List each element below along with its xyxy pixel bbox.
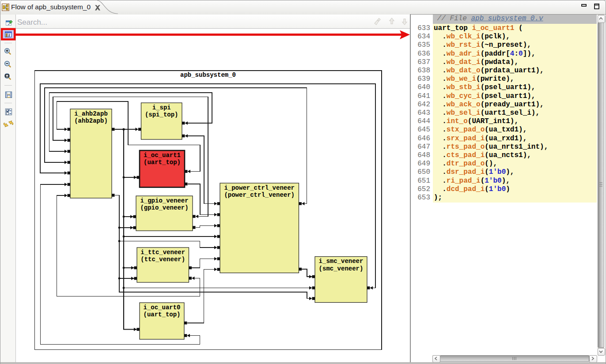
svg-text:(gpio_veneer): (gpio_veneer)	[140, 204, 188, 211]
svg-text:apb_subsystem_0: apb_subsystem_0	[180, 71, 236, 79]
svg-text:i_oc_uart0: i_oc_uart0	[143, 304, 180, 311]
svg-text:(spi_top): (spi_top)	[145, 111, 178, 118]
svg-text:(uart_top): (uart_top)	[144, 159, 181, 166]
svg-text:i_ttc_veneer: i_ttc_veneer	[140, 249, 185, 256]
svg-text:(ahb2apb): (ahb2apb)	[74, 117, 108, 124]
svg-text:(smc_veneer): (smc_veneer)	[319, 265, 364, 272]
svg-text:i_ahb2apb: i_ahb2apb	[74, 110, 108, 117]
svg-text:i_oc_uart1: i_oc_uart1	[144, 152, 181, 159]
svg-text:(power_ctrl_veneer): (power_ctrl_veneer)	[224, 191, 295, 199]
svg-text:(ttc_veneer): (ttc_veneer)	[140, 256, 185, 263]
svg-text:i_power_ctrl_veneer: i_power_ctrl_veneer	[224, 184, 295, 191]
svg-text:(uart_top): (uart_top)	[143, 311, 180, 318]
svg-text:i_smc_veneer: i_smc_veneer	[319, 258, 364, 265]
svg-text:i_spi: i_spi	[152, 104, 171, 111]
svg-text:i_gpio_veneer: i_gpio_veneer	[140, 197, 188, 204]
